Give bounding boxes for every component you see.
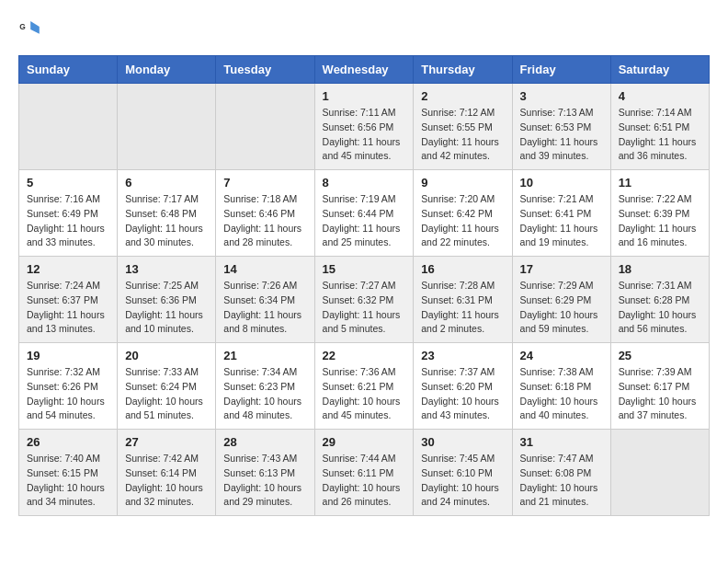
calendar-day-cell: 22Sunrise: 7:36 AM Sunset: 6:21 PM Dayli… [314,343,414,430]
calendar-day-cell [19,84,118,170]
day-info: Sunrise: 7:34 AM Sunset: 6:23 PM Dayligh… [223,365,306,423]
day-info: Sunrise: 7:44 AM Sunset: 6:11 PM Dayligh… [323,452,406,510]
calendar-day-cell: 2Sunrise: 7:12 AM Sunset: 6:55 PM Daylig… [414,84,512,170]
day-number: 31 [520,435,603,449]
day-info: Sunrise: 7:40 AM Sunset: 6:15 PM Dayligh… [27,452,109,510]
calendar-day-cell: 30Sunrise: 7:45 AM Sunset: 6:10 PM Dayli… [414,430,512,516]
day-number: 5 [27,176,109,190]
calendar-day-cell [610,430,709,516]
day-number: 7 [223,176,306,190]
calendar-day-cell: 12Sunrise: 7:24 AM Sunset: 6:37 PM Dayli… [19,257,118,343]
day-info: Sunrise: 7:12 AM Sunset: 6:55 PM Dayligh… [421,106,504,164]
day-info: Sunrise: 7:19 AM Sunset: 6:44 PM Dayligh… [323,192,406,250]
day-number: 4 [619,89,701,103]
day-number: 14 [223,262,306,276]
calendar-day-header: Thursday [414,56,512,84]
calendar-day-cell: 3Sunrise: 7:13 AM Sunset: 6:53 PM Daylig… [512,84,610,170]
calendar-day-cell: 5Sunrise: 7:16 AM Sunset: 6:49 PM Daylig… [19,170,118,257]
day-info: Sunrise: 7:37 AM Sunset: 6:20 PM Dayligh… [421,365,504,423]
day-info: Sunrise: 7:42 AM Sunset: 6:14 PM Dayligh… [125,452,208,510]
calendar-day-cell: 7Sunrise: 7:18 AM Sunset: 6:46 PM Daylig… [216,170,314,257]
day-info: Sunrise: 7:39 AM Sunset: 6:17 PM Dayligh… [619,365,701,423]
svg-text:G: G [19,22,26,31]
day-info: Sunrise: 7:13 AM Sunset: 6:53 PM Dayligh… [520,106,603,164]
calendar-day-cell: 18Sunrise: 7:31 AM Sunset: 6:28 PM Dayli… [610,257,709,343]
day-number: 17 [520,262,603,276]
day-info: Sunrise: 7:43 AM Sunset: 6:13 PM Dayligh… [223,452,306,510]
calendar-week-row: 12Sunrise: 7:24 AM Sunset: 6:37 PM Dayli… [19,257,710,343]
day-number: 3 [520,89,603,103]
day-info: Sunrise: 7:47 AM Sunset: 6:08 PM Dayligh… [520,452,603,510]
calendar-day-header: Friday [512,56,610,84]
day-number: 26 [27,435,109,449]
day-number: 29 [323,435,406,449]
calendar-day-cell: 17Sunrise: 7:29 AM Sunset: 6:29 PM Dayli… [512,257,610,343]
day-number: 20 [125,349,208,362]
day-number: 24 [520,349,603,362]
calendar-day-cell: 9Sunrise: 7:20 AM Sunset: 6:42 PM Daylig… [414,170,512,257]
day-info: Sunrise: 7:26 AM Sunset: 6:34 PM Dayligh… [223,279,306,337]
calendar-day-cell: 31Sunrise: 7:47 AM Sunset: 6:08 PM Dayli… [512,430,610,516]
day-info: Sunrise: 7:11 AM Sunset: 6:56 PM Dayligh… [323,106,406,164]
day-number: 1 [323,89,406,103]
day-number: 22 [323,349,406,362]
day-info: Sunrise: 7:32 AM Sunset: 6:26 PM Dayligh… [27,365,109,423]
day-info: Sunrise: 7:20 AM Sunset: 6:42 PM Dayligh… [421,192,504,250]
day-info: Sunrise: 7:28 AM Sunset: 6:31 PM Dayligh… [421,279,504,337]
day-info: Sunrise: 7:33 AM Sunset: 6:24 PM Dayligh… [125,365,208,423]
calendar-day-cell [118,84,216,170]
calendar-day-cell: 15Sunrise: 7:27 AM Sunset: 6:32 PM Dayli… [314,257,414,343]
logo-icon: G [18,18,40,40]
day-number: 15 [323,262,406,276]
day-number: 16 [421,262,504,276]
day-info: Sunrise: 7:27 AM Sunset: 6:32 PM Dayligh… [323,279,406,337]
day-info: Sunrise: 7:17 AM Sunset: 6:48 PM Dayligh… [125,192,208,250]
day-number: 23 [421,349,504,362]
calendar-day-cell: 16Sunrise: 7:28 AM Sunset: 6:31 PM Dayli… [414,257,512,343]
day-number: 27 [125,435,208,449]
calendar-day-cell: 13Sunrise: 7:25 AM Sunset: 6:36 PM Dayli… [118,257,216,343]
calendar-week-row: 5Sunrise: 7:16 AM Sunset: 6:49 PM Daylig… [19,170,710,257]
day-number: 30 [421,435,504,449]
day-info: Sunrise: 7:45 AM Sunset: 6:10 PM Dayligh… [421,452,504,510]
calendar-day-cell: 19Sunrise: 7:32 AM Sunset: 6:26 PM Dayli… [19,343,118,430]
day-number: 2 [421,89,504,103]
day-info: Sunrise: 7:25 AM Sunset: 6:36 PM Dayligh… [125,279,208,337]
day-number: 12 [27,262,109,276]
calendar-day-header: Monday [118,56,216,84]
calendar-day-cell: 14Sunrise: 7:26 AM Sunset: 6:34 PM Dayli… [216,257,314,343]
day-number: 9 [421,176,504,190]
day-info: Sunrise: 7:21 AM Sunset: 6:41 PM Dayligh… [520,192,603,250]
day-number: 19 [27,349,109,362]
calendar-day-cell: 1Sunrise: 7:11 AM Sunset: 6:56 PM Daylig… [314,84,414,170]
day-info: Sunrise: 7:22 AM Sunset: 6:39 PM Dayligh… [619,192,701,250]
calendar-day-header: Tuesday [216,56,314,84]
calendar-day-cell: 8Sunrise: 7:19 AM Sunset: 6:44 PM Daylig… [314,170,414,257]
calendar-table: SundayMondayTuesdayWednesdayThursdayFrid… [18,55,710,516]
day-info: Sunrise: 7:36 AM Sunset: 6:21 PM Dayligh… [323,365,406,423]
calendar-day-cell: 6Sunrise: 7:17 AM Sunset: 6:48 PM Daylig… [118,170,216,257]
calendar-day-header: Sunday [19,56,118,84]
svg-marker-1 [30,21,40,34]
calendar-day-cell: 4Sunrise: 7:14 AM Sunset: 6:51 PM Daylig… [610,84,709,170]
calendar-day-cell: 25Sunrise: 7:39 AM Sunset: 6:17 PM Dayli… [610,343,709,430]
day-info: Sunrise: 7:14 AM Sunset: 6:51 PM Dayligh… [619,106,701,164]
calendar-day-cell: 28Sunrise: 7:43 AM Sunset: 6:13 PM Dayli… [216,430,314,516]
calendar-week-row: 19Sunrise: 7:32 AM Sunset: 6:26 PM Dayli… [19,343,710,430]
day-number: 11 [619,176,701,190]
calendar-header-row: SundayMondayTuesdayWednesdayThursdayFrid… [19,56,710,84]
calendar-day-cell: 27Sunrise: 7:42 AM Sunset: 6:14 PM Dayli… [118,430,216,516]
calendar-day-cell: 26Sunrise: 7:40 AM Sunset: 6:15 PM Dayli… [19,430,118,516]
calendar-week-row: 26Sunrise: 7:40 AM Sunset: 6:15 PM Dayli… [19,430,710,516]
day-info: Sunrise: 7:29 AM Sunset: 6:29 PM Dayligh… [520,279,603,337]
calendar-week-row: 1Sunrise: 7:11 AM Sunset: 6:56 PM Daylig… [19,84,710,170]
calendar-day-header: Wednesday [314,56,414,84]
calendar-day-cell: 10Sunrise: 7:21 AM Sunset: 6:41 PM Dayli… [512,170,610,257]
day-number: 25 [619,349,701,362]
calendar-day-cell: 29Sunrise: 7:44 AM Sunset: 6:11 PM Dayli… [314,430,414,516]
day-number: 18 [619,262,701,276]
calendar-day-cell: 21Sunrise: 7:34 AM Sunset: 6:23 PM Dayli… [216,343,314,430]
day-info: Sunrise: 7:24 AM Sunset: 6:37 PM Dayligh… [27,279,109,337]
day-info: Sunrise: 7:38 AM Sunset: 6:18 PM Dayligh… [520,365,603,423]
day-info: Sunrise: 7:18 AM Sunset: 6:46 PM Dayligh… [223,192,306,250]
